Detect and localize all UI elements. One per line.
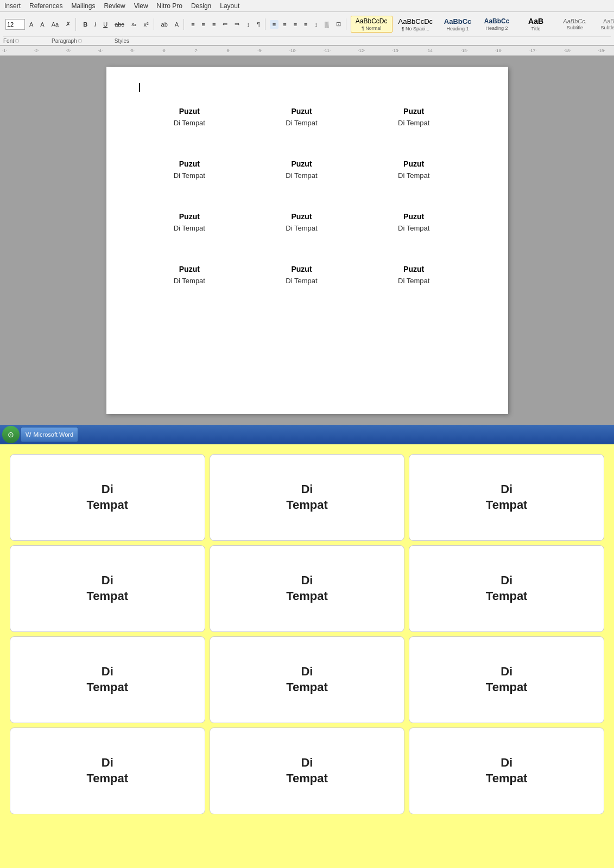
doc-cell-8-title: Puzut bbox=[256, 212, 347, 221]
style-h1-label: Heading 1 bbox=[447, 26, 469, 31]
sort-button[interactable]: ↕ bbox=[244, 20, 252, 29]
style-subtle-em[interactable]: AaBbCc Subtle Em... bbox=[595, 16, 614, 32]
label-cell-5: DiTempat bbox=[210, 545, 405, 632]
taskbar: ⊙ W Microsoft Word bbox=[0, 425, 614, 444]
align-left-button[interactable]: ≡ bbox=[270, 20, 278, 29]
doc-cell-7-title: Puzut bbox=[144, 212, 235, 221]
paragraph-expand-icon[interactable]: ⊡ bbox=[78, 39, 82, 43]
doc-cell-4-sub: Di Tempat bbox=[144, 171, 235, 180]
strikethrough-button[interactable]: abc bbox=[112, 20, 127, 29]
doc-cell-9-sub: Di Tempat bbox=[369, 224, 459, 232]
label-cell-5-text: DiTempat bbox=[286, 573, 328, 604]
menu-mailings[interactable]: Mailings bbox=[71, 2, 95, 10]
doc-cell-10-title: Puzut bbox=[144, 265, 235, 273]
label-cell-4: DiTempat bbox=[10, 545, 205, 632]
shading-button[interactable]: ▒ bbox=[322, 20, 332, 29]
doc-cell-7: Puzut Di Tempat bbox=[139, 201, 251, 254]
menu-review[interactable]: Review bbox=[104, 2, 125, 10]
doc-cell-6: Puzut Di Tempat bbox=[363, 149, 476, 201]
label-cell-7: DiTempat bbox=[10, 636, 205, 723]
document-page[interactable]: Puzut Di Tempat Puzut Di Tempat Puzut Di… bbox=[106, 67, 508, 414]
styles-section-label: Styles bbox=[115, 38, 129, 44]
style-subtle-preview: AaBbCc bbox=[603, 18, 614, 24]
doc-cell-6-title: Puzut bbox=[369, 159, 459, 168]
style-title[interactable]: AaB Title bbox=[517, 15, 555, 33]
label-cell-9: DiTempat bbox=[409, 636, 604, 723]
line-spacing-button[interactable]: ↕ bbox=[312, 20, 321, 29]
numbering-button[interactable]: ≡ bbox=[199, 20, 208, 29]
doc-cell-1-title: Puzut bbox=[144, 107, 235, 116]
doc-cell-9-title: Puzut bbox=[369, 212, 459, 221]
text-format-group: B I U abc x₂ x² bbox=[78, 18, 154, 30]
superscript-button[interactable]: x² bbox=[141, 20, 151, 29]
align-center-button[interactable]: ≡ bbox=[280, 20, 289, 29]
styles-label: Styles bbox=[115, 38, 129, 44]
paragraph-section-label: Paragraph bbox=[52, 38, 77, 44]
align-right-button[interactable]: ≡ bbox=[291, 20, 300, 29]
menu-design[interactable]: Design bbox=[191, 2, 211, 10]
style-h2-label: Heading 2 bbox=[486, 25, 508, 31]
clear-format-button[interactable]: ✗ bbox=[63, 20, 73, 29]
label-cell-12: DiTempat bbox=[409, 727, 604, 814]
bullets-button[interactable]: ≡ bbox=[188, 20, 197, 29]
increase-indent-button[interactable]: ⇒ bbox=[232, 20, 242, 29]
font-expand-icon[interactable]: ⊡ bbox=[15, 39, 19, 43]
style-title-label: Title bbox=[531, 26, 541, 31]
borders-button[interactable]: ⊡ bbox=[333, 20, 344, 29]
paragraph-group: ≡ ≡ ≡ ⇐ ⇒ ↕ ¶ bbox=[186, 18, 265, 30]
doc-cell-1-sub: Di Tempat bbox=[144, 119, 235, 127]
taskbar-app-button[interactable]: W Microsoft Word bbox=[21, 427, 78, 442]
font-size-input[interactable] bbox=[5, 19, 25, 30]
label-cell-7-text: DiTempat bbox=[87, 664, 129, 695]
font-size-group: A A Aa ✗ bbox=[3, 18, 76, 31]
label-cell-3: DiTempat bbox=[409, 454, 604, 541]
ribbon: A A Aa ✗ B I U abc x₂ x² ab A ≡ ≡ ≡ ⇐ ⇒ … bbox=[0, 12, 614, 46]
justify-button[interactable]: ≡ bbox=[301, 20, 310, 29]
doc-cell-9: Puzut Di Tempat bbox=[363, 201, 476, 254]
underline-button[interactable]: U bbox=[100, 20, 110, 29]
multilevel-button[interactable]: ≡ bbox=[210, 20, 218, 29]
style-nospacing-label: ¶ No Spaci... bbox=[402, 26, 429, 31]
style-h1-preview: AaBbCc bbox=[444, 17, 472, 25]
taskbar-app-label: Microsoft Word bbox=[33, 431, 73, 438]
style-subtitle-label: Subtitle bbox=[567, 25, 583, 30]
doc-cell-8: Puzut Di Tempat bbox=[251, 201, 363, 254]
pilcrow-button[interactable]: ¶ bbox=[254, 20, 263, 29]
menu-bar: Insert References Mailings Review View N… bbox=[0, 0, 614, 12]
menu-insert[interactable]: Insert bbox=[4, 2, 21, 10]
style-nospacing-preview: AaBbCcDc bbox=[398, 17, 433, 25]
style-subtitle[interactable]: AaBbCc. Subtitle bbox=[556, 16, 594, 32]
doc-cell-8-sub: Di Tempat bbox=[256, 224, 347, 232]
label-cell-6: DiTempat bbox=[409, 545, 604, 632]
menu-nitropro[interactable]: Nitro Pro bbox=[157, 2, 182, 10]
menu-layout[interactable]: Layout bbox=[220, 2, 239, 10]
decrease-indent-button[interactable]: ⇐ bbox=[220, 20, 230, 29]
style-heading2[interactable]: AaBbCc Heading 2 bbox=[478, 16, 516, 33]
doc-cell-2: Puzut Di Tempat bbox=[251, 96, 363, 149]
highlight-button[interactable]: ab bbox=[159, 20, 170, 29]
text-cursor bbox=[139, 83, 140, 92]
style-no-spacing[interactable]: AaBbCcDc ¶ No Spaci... bbox=[394, 16, 438, 33]
label-cell-10-text: DiTempat bbox=[87, 755, 129, 786]
document-grid: Puzut Di Tempat Puzut Di Tempat Puzut Di… bbox=[139, 96, 476, 307]
font-case-button[interactable]: Aa bbox=[49, 20, 61, 29]
menu-references[interactable]: References bbox=[29, 2, 62, 10]
font-grow-button[interactable]: A bbox=[27, 20, 36, 29]
menu-view[interactable]: View bbox=[134, 2, 148, 10]
start-button[interactable]: ⊙ bbox=[2, 426, 20, 443]
doc-cell-5-sub: Di Tempat bbox=[256, 171, 347, 180]
label-cell-2-text: DiTempat bbox=[286, 482, 328, 513]
document-area: Puzut Di Tempat Puzut Di Tempat Puzut Di… bbox=[0, 56, 614, 425]
font-shrink-button[interactable]: A bbox=[37, 20, 47, 29]
subscript-button[interactable]: x₂ bbox=[129, 20, 140, 29]
doc-cell-3: Puzut Di Tempat bbox=[363, 96, 476, 149]
style-normal[interactable]: AaBbCcDc ¶ Normal bbox=[351, 16, 393, 33]
style-heading1[interactable]: AaBbCc Heading 1 bbox=[439, 16, 477, 33]
label-cell-9-text: DiTempat bbox=[486, 664, 528, 695]
font-color-button[interactable]: A bbox=[172, 20, 181, 29]
doc-cell-1: Puzut Di Tempat bbox=[139, 96, 251, 149]
italic-button[interactable]: I bbox=[92, 20, 99, 29]
style-title-preview: AaB bbox=[528, 17, 543, 25]
ribbon-row1: A A Aa ✗ B I U abc x₂ x² ab A ≡ ≡ ≡ ⇐ ⇒ … bbox=[3, 14, 611, 36]
bold-button[interactable]: B bbox=[80, 20, 90, 29]
